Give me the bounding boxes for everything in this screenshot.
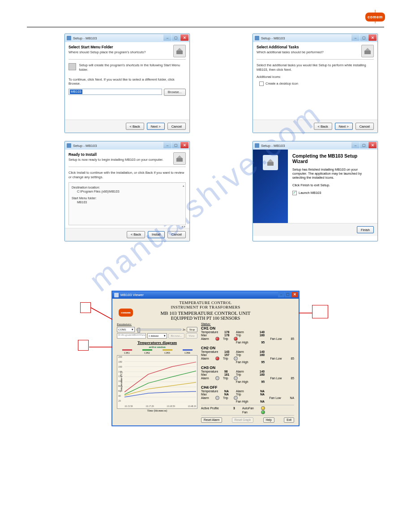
app-icon xyxy=(67,36,71,40)
viewer-title-1: TEMPERATURE CONTROL xyxy=(117,300,294,305)
close-button[interactable]: ✕ xyxy=(368,142,377,148)
setup-dialog-ready-to-install: Setup - MB103 – ▢ ✕ Ready to Install Set… xyxy=(64,141,190,241)
autofan-led xyxy=(261,406,265,410)
scroll-up-icon[interactable]: ▴ xyxy=(183,184,184,188)
view-button: View xyxy=(186,333,197,339)
minimize-button[interactable]: – xyxy=(351,34,360,41)
parameters-label: Parameters: xyxy=(117,322,197,326)
annotation-box-c xyxy=(78,340,89,351)
filepath-input[interactable]: D:\Program\MB103Viewer\log.cs xyxy=(117,333,146,339)
svg-rect-0 xyxy=(176,51,183,54)
install-button[interactable]: Install xyxy=(148,231,165,238)
dialog-text-2: To continue, click Next. If you would li… xyxy=(68,77,186,86)
app-icon xyxy=(255,36,259,40)
channel-title: CH3 ON xyxy=(201,365,294,370)
next-button[interactable]: Next > xyxy=(147,123,165,130)
summary-box: ▴ Destination location: C:\Program Files… xyxy=(68,182,186,225)
channel-block: CH2 ONTemperature143Alarm140Max157Trip16… xyxy=(201,346,294,364)
minimize-button[interactable]: – xyxy=(163,34,171,41)
close-button[interactable]: ✕ xyxy=(180,142,188,148)
maximize-button[interactable]: ▢ xyxy=(172,142,180,148)
fan-led xyxy=(261,410,265,414)
com-select[interactable]: COM1▾ xyxy=(117,327,135,332)
alarm-led xyxy=(215,337,219,341)
next-button[interactable]: Next > xyxy=(335,123,353,130)
minimize-button[interactable]: – xyxy=(351,142,360,148)
trip-led xyxy=(234,376,238,380)
minimize-button[interactable]: – xyxy=(163,142,171,148)
cancel-button[interactable]: Cancel xyxy=(355,123,374,130)
browse-button: Browse... xyxy=(168,333,185,339)
desktop-icon-checkbox[interactable] xyxy=(259,82,264,86)
channel-block: CH1 ONTemperature178Alarm140Max178Trip16… xyxy=(201,326,294,344)
titlebar[interactable]: Setup - MB103 – ▢ ✕ xyxy=(253,142,377,150)
close-button[interactable]: ✕ xyxy=(291,292,298,297)
dialog-text-1: Click Install to continue with the insta… xyxy=(68,171,186,180)
close-button[interactable]: ✕ xyxy=(180,34,188,41)
titlebar[interactable]: Setup - MB103 – ▢ ✕ xyxy=(253,34,377,42)
setup-dialog-start-menu: Setup - MB103 – ▢ ✕ Select Start Menu Fo… xyxy=(64,34,190,133)
annotation-box-b xyxy=(312,305,328,318)
active-profile-label: Active Profile xyxy=(201,407,233,410)
cancel-button[interactable]: Cancel xyxy=(167,123,186,130)
viewer-titlebar[interactable]: MB103 Viewer – ▢ ✕ xyxy=(112,292,299,299)
back-button[interactable]: < Back xyxy=(127,231,145,238)
wizard-icon xyxy=(361,45,374,57)
scroll-right-icon[interactable]: ◂ ▸ xyxy=(181,224,186,228)
app-icon xyxy=(255,143,259,148)
channel-block: CH3 ONTemperature98Alarm140Max161Trip160… xyxy=(201,365,294,383)
titlebar[interactable]: Setup - MB103 – ▢ ✕ xyxy=(65,142,189,150)
smf-value: MB103 xyxy=(77,200,183,204)
svg-rect-2 xyxy=(176,158,183,162)
finish-button[interactable]: Finish xyxy=(357,226,374,233)
setup-dialog-completing: Setup - MB103 – ▢ ✕ Completing the MB103… xyxy=(253,141,378,241)
active-profile-value: 3 xyxy=(233,407,242,410)
maximize-button[interactable]: ▢ xyxy=(172,34,180,41)
close-button[interactable]: ✕ xyxy=(368,34,377,41)
viewer-title-2: INSTRUMENT FOR TRASFORMERS xyxy=(117,305,294,309)
maximize-button[interactable]: ▢ xyxy=(285,292,291,297)
start-menu-folder-input[interactable]: MB103 xyxy=(68,89,162,95)
wizard-banner-icon xyxy=(263,155,278,170)
maximize-button[interactable]: ▢ xyxy=(360,34,368,41)
stop-button[interactable]: Stop xyxy=(187,327,197,332)
dest-value: C:\Program Files (x86)\MB103 xyxy=(77,189,183,193)
back-button[interactable]: < Back xyxy=(126,123,144,130)
window-title: Setup - MB103 xyxy=(261,144,285,148)
channel-title: CH1 ON xyxy=(201,326,294,330)
trip-led xyxy=(234,396,238,400)
log-interval-select[interactable]: 1 minute▾ xyxy=(147,333,167,339)
svg-rect-1 xyxy=(364,51,371,54)
trip-led xyxy=(234,337,238,341)
help-button[interactable]: Help xyxy=(263,417,274,423)
interval-slider[interactable] xyxy=(136,329,181,330)
temp-diagram-subtitle: active session xyxy=(117,345,197,348)
back-button[interactable]: < Back xyxy=(314,123,332,130)
launch-checkbox[interactable] xyxy=(292,191,297,195)
temp-diagram-title: Temperatures diagram xyxy=(117,340,197,345)
minimize-button[interactable]: – xyxy=(278,292,284,297)
maximize-button[interactable]: ▢ xyxy=(360,142,368,148)
alarm-led xyxy=(215,356,219,360)
app-icon xyxy=(67,143,71,148)
mb103-viewer-window: MB103 Viewer – ▢ ✕ comem TEMPERATURE CON… xyxy=(111,291,300,426)
cancel-button[interactable]: Cancel xyxy=(167,231,186,238)
dialog-text-2: Additional icons: xyxy=(257,75,374,79)
window-title: Setup - MB103 xyxy=(73,36,97,40)
alarm-led xyxy=(215,376,219,380)
dest-label: Destination location: xyxy=(72,185,183,189)
titlebar[interactable]: Setup - MB103 – ▢ ✕ xyxy=(65,34,189,42)
reset-alarm-button[interactable]: Reset Alarm xyxy=(201,417,222,423)
channel-title: CH2 ON xyxy=(201,346,294,350)
viewer-tagline: EQUIPPED WITH PT 100 SENSORS xyxy=(117,316,294,321)
chart-legend: CH1 CH2 CH3 CH4 xyxy=(117,349,197,354)
reset-graph-button: Reset Graph xyxy=(232,417,254,423)
viewer-app-icon xyxy=(114,293,119,297)
dialog-head-title: Select Additional Tasks xyxy=(257,45,324,49)
window-title: Setup - MB103 xyxy=(73,144,97,148)
channel-block: CH4 OFFTemperatureNAAlarmNAMaxNATripNAAl… xyxy=(201,385,294,403)
autofan-label: AutoFan xyxy=(242,407,261,410)
viewer-window-title: MB103 Viewer xyxy=(120,293,144,297)
browse-button[interactable]: Browse... xyxy=(164,89,186,96)
exit-button[interactable]: Exit xyxy=(284,417,294,423)
